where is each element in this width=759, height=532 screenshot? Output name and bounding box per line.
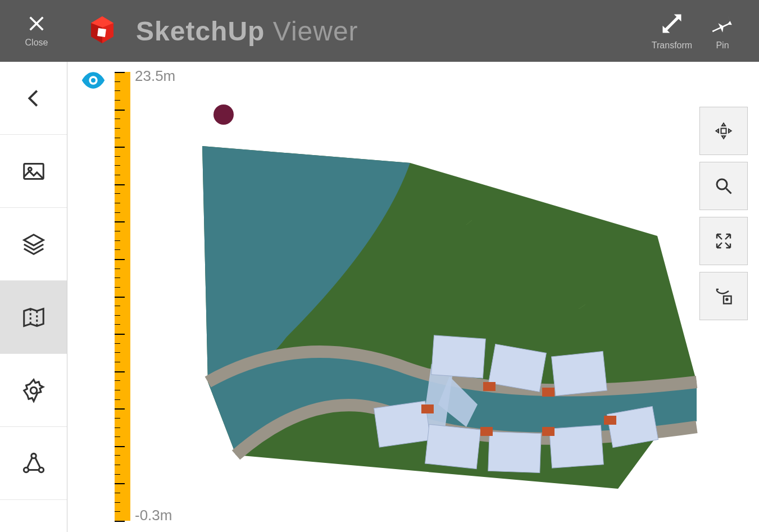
svg-rect-37 [542,427,555,436]
pin-button[interactable]: Pin [697,11,748,51]
fullscreen-tool-button[interactable] [699,217,748,265]
svg-rect-5 [97,28,106,37]
expand-icon [713,231,734,251]
transform-icon [660,11,684,38]
sketchup-logo-icon [84,12,120,50]
camera-position-marker[interactable] [213,104,234,125]
svg-point-11 [30,387,37,394]
pin-icon [710,11,735,38]
sidebar [0,62,67,532]
view-tools [699,107,748,320]
svg-rect-36 [480,427,493,436]
svg-rect-29 [425,424,481,469]
place-scene-icon [713,286,734,306]
svg-rect-35 [542,388,555,397]
ruler-max-label: 23.5m [135,67,175,85]
svg-point-13 [24,467,28,472]
svg-rect-39 [721,129,726,134]
app-title-bold: SketchUp [136,16,265,46]
share-nodes-icon [21,451,47,476]
svg-marker-8 [24,234,43,245]
sidebar-item-images[interactable] [0,135,67,208]
app-title: SketchUp Viewer [136,16,358,47]
app-header: Close SketchUp Viewer Transform Pin [0,0,759,62]
sidebar-item-layers[interactable] [0,208,67,281]
app-title-light: Viewer [273,16,358,46]
svg-point-7 [28,167,31,171]
map-icon [21,304,47,330]
image-icon [21,158,47,184]
svg-rect-38 [604,416,616,425]
viewport[interactable]: 23.5m -0.3m [67,62,759,532]
close-icon [27,14,46,35]
ruler-min-label: -0.3m [135,507,172,524]
app-body: 23.5m -0.3m [0,62,759,532]
gear-icon [21,378,47,403]
sidebar-item-settings[interactable] [0,354,67,427]
close-label: Close [25,38,48,48]
svg-rect-30 [488,431,541,472]
move-tool-button[interactable] [699,107,748,155]
visibility-toggle[interactable] [81,72,106,91]
app-title-group: SketchUp Viewer [84,12,358,50]
sidebar-item-map[interactable] [0,281,67,354]
sidebar-item-share[interactable] [0,427,67,500]
site-plan [185,140,702,500]
eye-icon [81,72,106,89]
svg-rect-34 [483,382,496,391]
svg-point-40 [717,179,727,189]
pin-label: Pin [716,40,729,51]
search-tool-button[interactable] [699,162,748,210]
ruler-bar [115,72,130,521]
scene-tool-button[interactable] [699,272,748,320]
svg-rect-31 [549,425,604,468]
layers-icon [21,231,47,257]
search-icon [713,176,734,196]
svg-point-12 [31,453,35,458]
svg-point-43 [726,299,728,301]
transform-label: Transform [652,40,692,51]
svg-line-41 [726,189,731,194]
move-icon [713,121,734,141]
svg-point-16 [91,78,96,83]
height-ruler[interactable] [115,72,130,521]
svg-point-14 [39,467,43,472]
sidebar-back-button[interactable] [0,62,67,135]
close-button[interactable]: Close [11,14,62,48]
chevron-left-icon [21,85,47,111]
svg-rect-33 [421,404,434,413]
transform-button[interactable]: Transform [647,11,697,51]
svg-rect-26 [431,335,486,378]
svg-rect-28 [552,351,607,395]
